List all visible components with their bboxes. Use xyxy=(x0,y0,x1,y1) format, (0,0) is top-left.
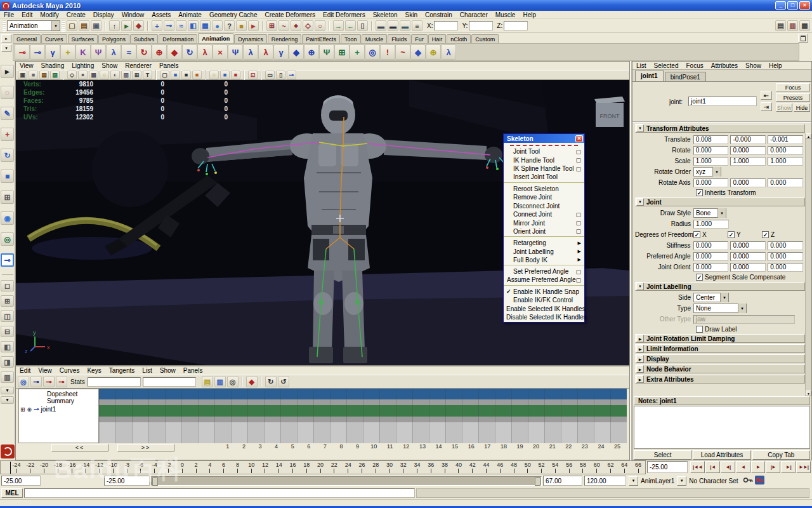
lighted-icon[interactable]: ○ xyxy=(100,70,109,79)
dof-x-checkbox[interactable]: ✓ xyxy=(693,231,700,238)
skeleton-menu-item[interactable]: Set Preferred Angle ▢ xyxy=(504,267,584,276)
side-dropdown[interactable]: Center ▾ xyxy=(693,293,729,302)
collapse-arrow-icon[interactable]: ▼ xyxy=(636,283,644,290)
rotate-tool[interactable]: ↻ xyxy=(1,149,14,162)
output-connections-icon[interactable]: ← xyxy=(345,20,356,31)
y-coord-input[interactable] xyxy=(469,21,493,30)
animation-start-field[interactable]: -25.00 xyxy=(1,476,41,486)
select-handles-icon[interactable]: + xyxy=(152,20,162,31)
menu-item[interactable]: Constrain xyxy=(421,11,456,18)
layout-persp-graph[interactable]: ◨ xyxy=(1,356,14,368)
ae-menu-item[interactable]: Selected xyxy=(650,62,683,69)
dope-menu-item[interactable]: Keys xyxy=(83,367,105,374)
lock-camera-icon[interactable]: ■ xyxy=(29,70,38,79)
draw-label-checkbox[interactable] xyxy=(696,326,703,333)
range-slider-bar[interactable] xyxy=(151,476,542,486)
shelf-copy-skin-weights[interactable]: ⊕ xyxy=(304,44,319,60)
current-time-field[interactable]: -25.00 xyxy=(647,461,688,473)
minimize-button[interactable]: _ xyxy=(775,1,786,10)
toggle-channel-box-icon[interactable]: ▦ xyxy=(799,20,810,31)
separator[interactable] xyxy=(261,70,262,80)
save-scene-icon[interactable]: ▣ xyxy=(91,20,102,31)
viewport-menu-item[interactable]: View xyxy=(16,62,37,69)
toggle-ui-elements-icon[interactable]: ▤ xyxy=(775,20,786,31)
view-cube[interactable]: FRONT xyxy=(594,97,625,127)
shelf-tab[interactable]: Surfaces xyxy=(68,34,98,43)
show-manipulator-tool[interactable]: ◎ xyxy=(1,232,14,246)
step-back-frame-icon[interactable]: |◄ xyxy=(705,461,720,473)
playback-start-field[interactable]: -25.00 xyxy=(104,476,150,486)
curve-display-icon[interactable]: ⊸ xyxy=(287,70,296,79)
viewport-menu-item[interactable]: Show xyxy=(98,62,121,69)
expand-arrow-icon[interactable]: ▶ xyxy=(636,375,644,383)
select-surfaces-icon[interactable]: ◧ xyxy=(188,20,199,31)
soft-mod-tool[interactable]: ◉ xyxy=(1,211,14,225)
skeleton-menu-item[interactable]: Joint Labelling ▶ xyxy=(504,248,584,257)
separator[interactable] xyxy=(155,70,157,80)
film-gate-icon[interactable]: ▭ xyxy=(265,70,275,79)
step-forward-key-icon[interactable]: |► xyxy=(766,461,780,473)
separator[interactable] xyxy=(205,70,206,80)
snap-to-points-icon[interactable]: ◆ xyxy=(291,20,301,31)
expand-arrow-icon[interactable]: ▶ xyxy=(636,365,644,373)
shelf-tab[interactable]: Curves xyxy=(41,34,67,43)
occlusion-icon[interactable]: ■ xyxy=(231,70,240,79)
collapse-arrow-icon[interactable]: ▼ xyxy=(636,198,644,206)
ae-menu-item[interactable]: List xyxy=(632,62,650,69)
step-back-key-icon[interactable]: ◄| xyxy=(721,461,735,473)
maximize-button[interactable]: □ xyxy=(787,1,798,10)
shelf-lattice[interactable]: ⊞ xyxy=(334,44,350,60)
skeleton-menu-item[interactable]: Joint Tool ▢ xyxy=(504,147,584,156)
mel-input[interactable] xyxy=(24,488,415,498)
anim-layer-label[interactable]: AnimLayer1 xyxy=(638,476,677,486)
use-lights-icon[interactable]: ○ xyxy=(209,70,219,79)
layout-two-stacked[interactable]: ⊟ xyxy=(1,326,14,337)
shelf-mirror-joint[interactable]: ◆ xyxy=(167,44,182,60)
menu-item[interactable]: Create xyxy=(63,11,89,18)
anim-layer-menu-icon[interactable]: ▾ xyxy=(629,476,638,486)
separator[interactable] xyxy=(244,70,245,80)
shelf-tab[interactable]: Fluids xyxy=(388,34,410,43)
play-forwards-icon[interactable]: ► xyxy=(751,461,766,473)
shelf-pole-vector[interactable]: λ xyxy=(441,44,456,60)
shelf-ik-spline-handle-tool[interactable]: γ xyxy=(45,44,60,60)
ae-menu-item[interactable]: Attributes xyxy=(707,62,742,69)
skeleton-menu-item[interactable]: Disable Selected IK Handles xyxy=(504,313,584,322)
snap-to-curves-icon[interactable]: ~ xyxy=(278,20,289,31)
inherits-transform-checkbox[interactable]: ✓ xyxy=(696,189,703,196)
shelf-menu-arrow-icon[interactable]: ▾ xyxy=(1,44,11,52)
presets-button[interactable]: Presets xyxy=(776,93,810,102)
menu-item[interactable]: Character xyxy=(456,11,492,18)
input-connections-icon[interactable]: → xyxy=(333,20,344,31)
ae-node-tab[interactable]: bindPose1 xyxy=(665,72,706,81)
shelf-joint-tool[interactable]: ⊸ xyxy=(15,44,30,60)
shelf-detach-skin[interactable]: λ xyxy=(258,44,273,60)
close-button[interactable]: × xyxy=(799,1,810,10)
center-current-time-icon[interactable]: ◎ xyxy=(227,376,239,387)
menu-set-dropdown[interactable]: Animation ▾ xyxy=(7,20,60,31)
step-forward-frame-icon[interactable]: ►| xyxy=(781,461,796,473)
node-name-field[interactable]: joint1 xyxy=(688,97,757,106)
separator[interactable] xyxy=(261,377,262,387)
skeleton-menu-item[interactable]: Assume Preferred Angle ▢ xyxy=(504,276,584,286)
scroll-left-button[interactable]: << xyxy=(51,444,108,451)
skeleton-menu-titlebar[interactable]: Skeleton × xyxy=(504,134,584,143)
shelf-set-key[interactable]: K xyxy=(75,44,91,60)
x-coord-input[interactable] xyxy=(434,21,458,30)
undo-view-icon[interactable]: ↺ xyxy=(278,376,289,387)
layout-hypershade[interactable]: ▥ xyxy=(1,371,14,383)
shelf-blend-shape[interactable]: Ψ xyxy=(319,44,334,60)
viewport-menu-item[interactable]: Renderer xyxy=(121,62,155,69)
menu-item[interactable]: Edit xyxy=(18,11,36,18)
shelf-wire-tool[interactable]: ~ xyxy=(395,44,410,60)
layout-four-pane[interactable]: ⊞ xyxy=(1,295,14,307)
construction-history-icon[interactable]: ▯ xyxy=(357,20,368,31)
lasso-select-tool[interactable]: ◌ xyxy=(1,86,14,99)
ae-menu-item[interactable]: Help xyxy=(765,62,786,69)
frame-region-icon[interactable]: ⊡ xyxy=(248,70,258,79)
shelf-tab[interactable]: Polygons xyxy=(98,34,129,43)
shelf-tab[interactable]: nCloth xyxy=(447,34,471,43)
load-node-icon[interactable]: ⇤ xyxy=(761,91,772,100)
skeleton-menu-item[interactable]: IK Spline Handle Tool ▢ xyxy=(504,164,584,173)
viewport-menu-item[interactable]: Lighting xyxy=(68,62,98,69)
